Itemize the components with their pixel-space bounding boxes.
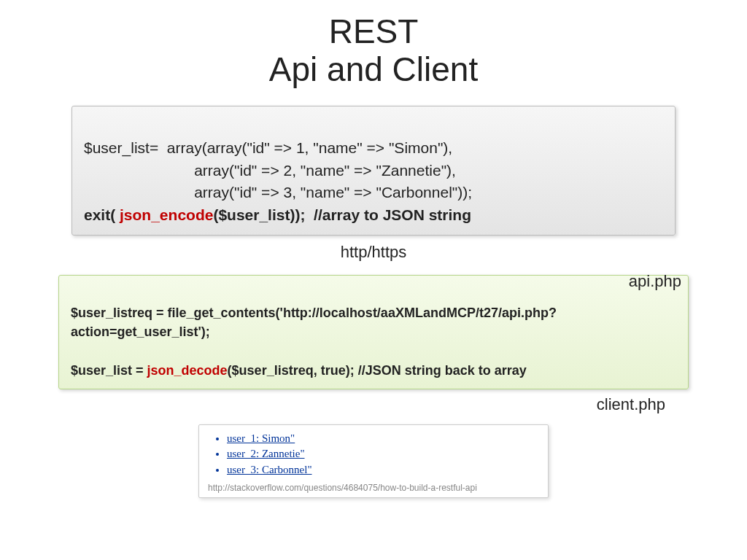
- code2-line2: $user_list = json_decode($user_listreq, …: [71, 363, 527, 378]
- api-code-box: $user_list= array(array("id" => 1, "name…: [71, 106, 676, 236]
- result-item[interactable]: user_1: Simon": [227, 431, 539, 447]
- result-item[interactable]: user_3: Carbonnel": [227, 462, 539, 478]
- slide-root: REST Api and Client $user_list= array(ar…: [0, 0, 747, 560]
- result-output-box: user_1: Simon" user_2: Zannetie" user_3:…: [198, 424, 549, 498]
- slide-title: REST Api and Client: [29, 13, 718, 88]
- api-filename-label: api.php: [629, 272, 681, 291]
- source-link[interactable]: http://stackoverflow.com/questions/46840…: [208, 483, 539, 493]
- code1-line1: $user_list= array(array("id" => 1, "name…: [84, 139, 452, 156]
- client-code-box: $user_listreq = file_get_contents('http:…: [58, 275, 689, 389]
- code1-line3: array("id" => 3, "name" => "Carbonnel"))…: [194, 184, 472, 201]
- code2-line1: $user_listreq = file_get_contents('http:…: [71, 306, 557, 339]
- result-item[interactable]: user_2: Zannetie": [227, 446, 539, 462]
- json-encode-fn: json_encode: [115, 206, 213, 223]
- result-list: user_1: Simon" user_2: Zannetie" user_3:…: [208, 431, 539, 478]
- http-label: http/https: [29, 243, 718, 262]
- title-line-2: Api and Client: [269, 50, 478, 88]
- code1-line2: array("id" => 2, "name" => "Zannetie"),: [194, 162, 456, 179]
- code1-exit: exit( json_encode($user_list)); //array …: [84, 206, 471, 223]
- title-line-1: REST: [329, 12, 419, 50]
- json-decode-fn: json_decode: [147, 363, 228, 378]
- client-filename-label: client.php: [29, 395, 665, 414]
